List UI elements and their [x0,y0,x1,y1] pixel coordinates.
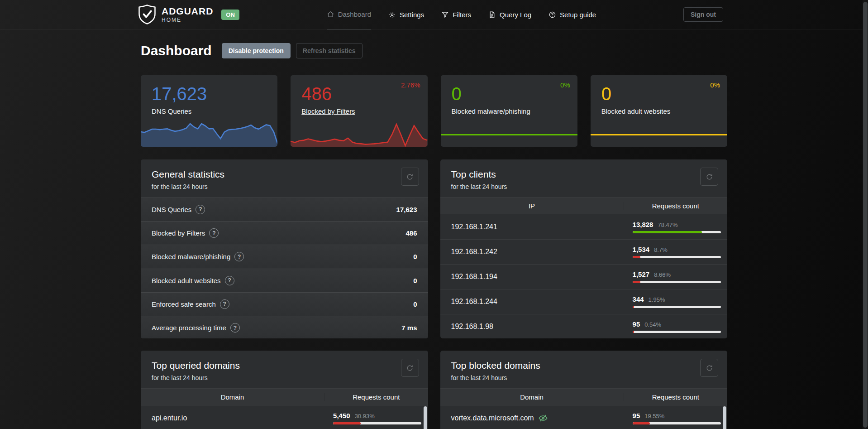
panel-scrollbar-thumb[interactable] [723,406,726,429]
stat-label[interactable]: Blocked by Filters [301,107,355,115]
count-line: 1,5348.7% [633,246,721,253]
domain-name[interactable]: vortex.data.microsoft.com [440,413,624,423]
general-statistics-panel: General statistics for the last 24 hours… [141,159,428,338]
panel-scrollbar[interactable] [723,406,726,429]
panel-scrollbar[interactable] [424,406,427,429]
question-icon [548,11,556,19]
stats-row-value: 486 [405,229,417,237]
progress-bar-fill [633,422,650,424]
top-queried-rows: api.entur.io5,45030.93% [141,405,428,429]
client-ip-name[interactable]: 192.168.1.242 [440,248,624,256]
count-line: 3441.95% [633,295,721,303]
stats-row-label-text: Enforced safe search [152,300,216,308]
column-header-requests: Requests count [624,393,727,401]
table-header: Domain Requests count [141,389,428,405]
brand-sub: HOME [162,17,213,23]
help-icon[interactable]: ? [230,323,240,333]
page-scrollbar-thumb[interactable] [863,2,868,428]
stats-row-label-text: Average processing time [152,324,226,332]
column-header-domain: Domain [440,393,624,401]
stat-card-0: 17,623DNS Queries [141,75,277,147]
page-title: Dashboard [141,43,212,58]
adguard-logo[interactable]: ADGUARD HOME ON [138,4,239,25]
progress-bar-fill [333,422,360,424]
nav-item-setup-guide[interactable]: Setup guide [548,0,596,29]
table-header: Domain Requests count [440,389,728,405]
help-icon[interactable]: ? [225,276,234,285]
requests-percent: 8.66% [654,271,671,278]
client-ip-name[interactable]: 192.168.1.241 [440,223,624,231]
panel-title: Top clients [451,169,717,180]
refresh-icon-button[interactable] [700,359,718,377]
help-icon[interactable]: ? [209,228,219,238]
stat-label: Blocked adult websites [601,107,671,115]
tracker-eye-off-icon[interactable] [538,413,548,423]
requests-percent: 19.55% [644,413,664,419]
stat-value: 0 [452,84,567,103]
client-ip-name-text: 192.168.1.244 [451,298,497,306]
stats-row-label: DNS Queries? [152,205,205,214]
count-line: 1,5278.66% [633,270,721,278]
requests-cell: 13,82878.47% [624,221,727,233]
refresh-icon-button[interactable] [401,168,419,186]
requests-count: 1,534 [633,246,650,253]
top-nav-bar: ADGUARD HOME ON DashboardSettingsFilters… [0,0,868,29]
requests-cell: 1,5348.7% [624,246,727,258]
count-line: 9519.55% [633,412,721,419]
stats-row-label-text: DNS Queries [152,206,191,213]
refresh-icon-button[interactable] [700,168,718,186]
help-icon[interactable]: ? [220,299,229,309]
nav-item-query-log[interactable]: Query Log [488,0,531,29]
panel-subtitle: for the last 24 hours [451,183,717,190]
stat-value: 486 [301,84,416,103]
refresh-icon-button[interactable] [401,359,419,377]
table-header: IP Requests count [440,198,728,214]
nav-item-filters[interactable]: Filters [441,0,471,29]
requests-cell: 9519.55% [624,412,727,424]
progress-bar-fill [633,331,634,333]
stat-value: 17,623 [152,84,267,103]
page-scrollbar[interactable] [863,0,868,429]
nav-item-dashboard[interactable]: Dashboard [327,6,371,29]
refresh-statistics-button[interactable]: Refresh statistics [296,43,362,58]
requests-percent: 78.47% [658,222,677,228]
help-icon[interactable]: ? [196,205,205,214]
client-ip-name-text: 192.168.1.242 [451,248,497,256]
home-icon [327,10,334,18]
requests-percent: 8.7% [654,246,668,253]
progress-bar-fill [633,281,640,283]
stats-row-label-text: Blocked adult websites [152,277,221,284]
domain-name-text: vortex.data.microsoft.com [451,414,534,422]
requests-count: 95 [633,412,640,419]
stats-row-value: 7 ms [401,324,417,332]
progress-bar [633,306,721,308]
panel-title: Top blocked domains [451,360,717,371]
client-ip-name[interactable]: 192.168.1.194 [440,273,624,281]
nav-item-label: Dashboard [338,10,371,18]
panel-title: General statistics [152,169,417,180]
domain-name[interactable]: api.entur.io [141,414,324,422]
help-icon[interactable]: ? [234,252,244,261]
stats-row-value: 0 [413,253,417,260]
panel-scrollbar-thumb[interactable] [424,406,427,429]
stats-row-value: 0 [413,300,417,308]
client-ip-name[interactable]: 192.168.1.244 [440,298,624,306]
stat-card-body: 0Blocked malware/phishing [441,75,577,125]
stat-value: 0 [601,84,716,103]
stats-row-label: Enforced safe search? [152,299,229,309]
sign-out-button[interactable]: Sign out [683,7,723,22]
stats-row: Blocked by Filters?486 [141,221,428,245]
client-ip-name[interactable]: 192.168.1.98 [440,323,624,331]
progress-bar [633,331,721,333]
requests-count: 95 [633,320,640,328]
stat-card-body: 0Blocked adult websites [591,75,727,125]
nav-item-settings[interactable]: Settings [388,0,424,29]
stats-row-label-text: Blocked by Filters [152,229,205,237]
progress-bar-fill [633,306,634,308]
nav-item-label: Query Log [500,11,531,19]
panel-subtitle: for the last 24 hours [451,374,717,381]
progress-bar [633,231,721,233]
nav-item-label: Filters [453,11,471,19]
stats-row-value: 17,623 [396,206,417,213]
disable-protection-button[interactable]: Disable protection [222,43,291,58]
